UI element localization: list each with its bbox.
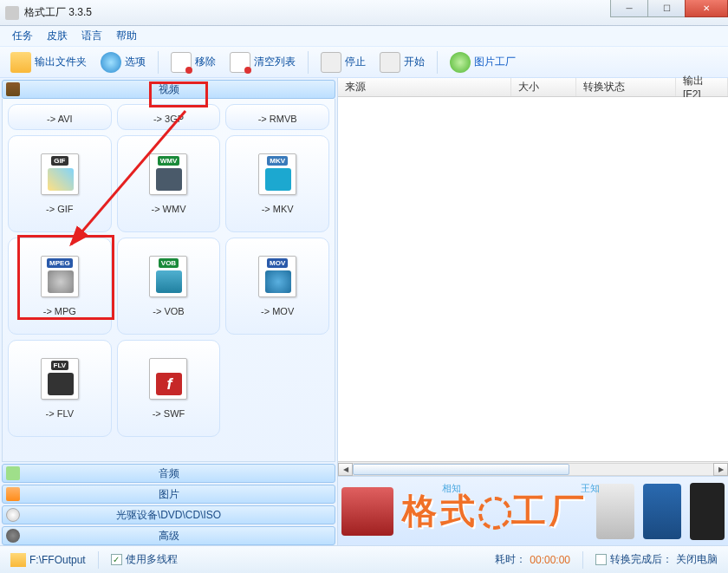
format-thumb-icon [156,168,182,191]
options-button[interactable]: 选项 [95,50,151,75]
toolbar-separator [437,51,438,74]
list-header: 来源 大小 转换状态 输出 [F2] [338,78,728,97]
after-value: 关闭电脑 [676,552,718,567]
banner-tag-2: 王知 [581,482,600,495]
output-path-button[interactable]: F:\FFOutput [5,550,91,570]
toolbar: 输出文件夹 选项 移除 清空列表 停止 开始 图片工厂 [0,47,728,78]
gear-icon [6,529,20,543]
brand-text-1: 格式 [402,492,478,530]
format-item[interactable]: -> RMVB [225,104,329,130]
format-item[interactable]: MKV-> MKV [225,135,329,232]
category-tab-advanced[interactable]: 高级 [2,526,335,545]
category-tab-image[interactable]: 图片 [2,485,335,504]
format-label: -> WMV [151,204,185,214]
after-conversion-toggle[interactable]: 转换完成后： 关闭电脑 [590,550,723,570]
main-content: 视频 -> AVI-> 3GP-> RMVBGIF-> GIFWMV-> WMV… [0,78,728,545]
format-thumb-icon [265,168,291,191]
toolbar-separator [158,51,159,74]
start-button[interactable]: 开始 [374,50,430,75]
banner: 格式工厂 相知 王知 [338,476,728,545]
format-thumb-icon [156,270,182,293]
format-item[interactable]: MOV-> MOV [225,238,329,335]
category-image-label: 图片 [159,487,179,502]
format-thumb-icon [48,373,74,395]
format-tag: WMV [158,156,180,166]
scroll-thumb[interactable] [353,464,569,475]
column-output[interactable]: 输出 [F2] [676,78,728,96]
format-badge: MOV [258,256,296,297]
brand-logo: 格式工厂 [402,487,588,535]
format-badge: MKV [258,153,296,195]
stop-label: 停止 [345,55,366,69]
list-body[interactable] [338,97,728,461]
format-item[interactable]: VOB-> VOB [117,238,221,335]
menu-help[interactable]: 帮助 [116,29,137,43]
category-advanced-label: 高级 [159,529,179,544]
menu-bar: 任务 皮肤 语言 帮助 [0,26,728,47]
format-thumb-icon [265,270,291,293]
format-badge: MPEG [41,256,79,297]
format-badge: GIF [41,153,79,195]
format-thumb-icon: f [156,373,182,395]
folder-icon [10,553,26,567]
scroll-track[interactable] [353,463,713,476]
column-size[interactable]: 大小 [511,78,576,96]
multithread-toggle[interactable]: ✓ 使用多线程 [106,550,183,570]
format-tag: FLV [51,361,69,370]
image-factory-link[interactable]: 图片工厂 [445,50,521,75]
output-path-label: F:\FFOutput [29,554,86,566]
category-tab-video[interactable]: 视频 [2,80,335,99]
checkbox-icon: ✓ [111,554,122,565]
menu-language[interactable]: 语言 [81,29,102,43]
format-label: -> GIF [46,204,73,214]
stop-button[interactable]: 停止 [315,50,371,75]
format-tag: GIF [51,156,68,166]
category-video-label: 视频 [159,82,179,97]
category-tab-audio[interactable]: 音频 [2,464,335,483]
format-item[interactable]: -> 3GP [117,104,221,130]
clear-icon [230,52,250,73]
format-item[interactable]: f-> SWF [117,340,221,437]
format-label: -> MOV [261,306,294,316]
remove-button[interactable]: 移除 [166,50,221,75]
format-item[interactable]: FLV-> FLV [8,340,112,437]
statusbar-divider [582,551,583,569]
output-folder-button[interactable]: 输出文件夹 [5,50,92,75]
format-thumb-icon [48,270,74,293]
scroll-right-arrow[interactable]: ▶ [713,463,728,476]
close-button[interactable]: ✕ [685,0,728,17]
horizontal-scrollbar[interactable]: ◀ ▶ [338,461,728,476]
scroll-left-arrow[interactable]: ◀ [338,463,353,476]
format-item[interactable]: GIF-> GIF [8,135,112,232]
maximize-button[interactable]: ☐ [647,0,686,17]
format-item[interactable]: -> AVI [8,104,112,130]
minimize-button[interactable]: ─ [610,0,648,17]
elapsed-label: 耗时： [495,552,526,567]
play-icon [380,52,400,73]
format-badge: FLV [41,358,79,400]
column-status[interactable]: 转换状态 [576,78,676,96]
format-tag: MPEG [47,258,73,268]
format-item[interactable]: WMV-> WMV [117,135,221,232]
window-titlebar: 格式工厂 3.3.5 ─ ☐ ✕ [0,0,728,26]
multithread-label: 使用多线程 [126,552,178,567]
image-factory-label: 图片工厂 [474,55,516,69]
menu-skin[interactable]: 皮肤 [47,29,68,43]
menu-task[interactable]: 任务 [12,29,33,43]
format-badge: f [149,358,187,400]
options-label: 选项 [125,55,146,69]
format-label: -> SWF [153,408,185,419]
category-tab-disc[interactable]: 光驱设备\DVD\CD\ISO [2,505,335,524]
start-label: 开始 [404,55,425,69]
clear-button[interactable]: 清空列表 [224,50,301,75]
gear-logo-icon [478,497,511,530]
category-audio-label: 音频 [159,466,179,481]
format-item[interactable]: MPEG-> MPG [8,238,112,335]
device-image [643,484,681,539]
elapsed-time: 耗时： 00:00:00 [490,550,575,570]
column-source[interactable]: 来源 [338,78,511,96]
folder-icon [10,52,31,73]
image-icon [6,487,20,501]
status-bar: F:\FFOutput ✓ 使用多线程 耗时： 00:00:00 转换完成后： … [0,545,728,573]
stop-icon [321,52,341,73]
